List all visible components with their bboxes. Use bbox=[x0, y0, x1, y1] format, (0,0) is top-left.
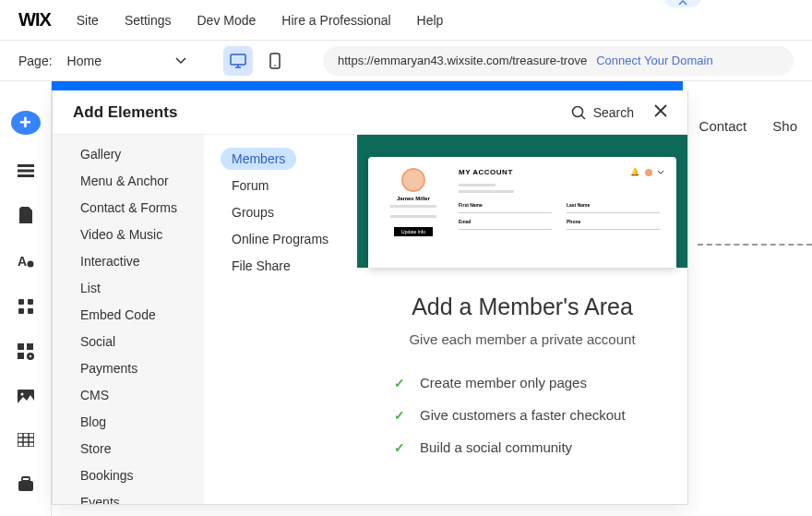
svg-rect-9 bbox=[28, 299, 33, 305]
preview-subheading: Give each member a private account bbox=[385, 330, 660, 349]
menu-help[interactable]: Help bbox=[417, 13, 444, 28]
mock-phone-label: Phone bbox=[567, 219, 660, 224]
desktop-view-button[interactable] bbox=[223, 46, 253, 76]
check-icon: ✓ bbox=[394, 408, 405, 423]
panel-body: Gallery Menu & Anchor Contact & Forms Vi… bbox=[53, 135, 687, 504]
preview-column: James Miller Update Info MY ACCOUNT Firs… bbox=[357, 135, 687, 504]
page-select[interactable]: Home bbox=[67, 54, 186, 68]
svg-rect-25 bbox=[22, 477, 30, 481]
device-group bbox=[223, 46, 290, 76]
sections-icon[interactable] bbox=[11, 164, 41, 177]
design-icon[interactable]: A bbox=[11, 253, 41, 270]
cat-cms[interactable]: CMS bbox=[71, 383, 118, 407]
close-button[interactable] bbox=[654, 102, 667, 122]
cat-social[interactable]: Social bbox=[71, 330, 125, 354]
svg-rect-14 bbox=[18, 353, 24, 359]
mobile-icon bbox=[269, 53, 281, 69]
menu-dev-mode[interactable]: Dev Mode bbox=[197, 13, 257, 28]
active-strip bbox=[52, 81, 683, 90]
svg-point-7 bbox=[27, 261, 33, 268]
mock-first-label: First Name bbox=[459, 202, 552, 208]
sub-groups[interactable]: Groups bbox=[221, 201, 285, 223]
cat-interactive[interactable]: Interactive bbox=[71, 249, 149, 273]
business-icon[interactable] bbox=[11, 476, 41, 491]
svg-point-16 bbox=[29, 355, 30, 357]
url-bar: https://emmaryan43.wixsite.com/treasure-… bbox=[323, 46, 794, 76]
category-column[interactable]: Gallery Menu & Anchor Contact & Forms Vi… bbox=[53, 135, 204, 504]
page-label: Page: bbox=[18, 54, 53, 68]
subcategory-column: Members Forum Groups Online Programs Fil… bbox=[204, 135, 357, 504]
menu-hire[interactable]: Hire a Professional bbox=[281, 13, 390, 28]
avatar bbox=[401, 168, 425, 192]
cat-events[interactable]: Events bbox=[71, 490, 129, 504]
svg-rect-4 bbox=[18, 170, 34, 173]
sub-file-share[interactable]: File Share bbox=[221, 255, 302, 277]
svg-rect-8 bbox=[18, 299, 24, 305]
svg-rect-19 bbox=[18, 433, 34, 447]
svg-point-26 bbox=[572, 106, 582, 116]
sub-members[interactable]: Members bbox=[221, 148, 296, 170]
bell-icon: 🔔 bbox=[630, 168, 639, 176]
benefits-list: ✓ Create member only pages ✓ Give custom… bbox=[385, 375, 660, 455]
add-elements-button[interactable]: + bbox=[11, 111, 41, 135]
wix-logo[interactable]: WIX bbox=[18, 9, 51, 30]
benefit-item: ✓ Give customers a faster checkout bbox=[394, 407, 651, 423]
mock-last-label: Last Name bbox=[567, 202, 660, 208]
mock-update-button: Update Info bbox=[394, 227, 433, 236]
svg-point-2 bbox=[274, 65, 276, 66]
benefit-text: Create member only pages bbox=[420, 375, 587, 390]
preview-heading: Add a Member's Area bbox=[385, 294, 660, 320]
content-icon[interactable] bbox=[11, 433, 41, 447]
chevron-down-icon bbox=[658, 171, 663, 174]
addons-icon[interactable] bbox=[11, 343, 41, 360]
cat-blog[interactable]: Blog bbox=[71, 410, 115, 434]
svg-rect-12 bbox=[18, 343, 24, 350]
chevron-down-icon bbox=[175, 57, 186, 65]
cat-store[interactable]: Store bbox=[71, 437, 120, 461]
user-avatar-icon bbox=[645, 169, 652, 176]
cat-gallery[interactable]: Gallery bbox=[71, 142, 130, 166]
panel-header: Add Elements Search bbox=[53, 90, 687, 135]
check-icon: ✓ bbox=[394, 376, 405, 390]
panel-title: Add Elements bbox=[73, 103, 177, 122]
nav-contact[interactable]: Contact bbox=[699, 118, 747, 134]
benefit-item: ✓ Create member only pages bbox=[394, 375, 651, 390]
page-name: Home bbox=[67, 54, 102, 68]
cat-video-music[interactable]: Video & Music bbox=[71, 222, 172, 246]
menu-settings[interactable]: Settings bbox=[125, 13, 172, 28]
desktop-icon bbox=[230, 54, 246, 68]
preview-image: James Miller Update Info MY ACCOUNT Firs… bbox=[357, 135, 687, 268]
cat-list[interactable]: List bbox=[71, 276, 110, 300]
nav-shop[interactable]: Sho bbox=[772, 118, 797, 134]
site-url: https://emmaryan43.wixsite.com/treasure-… bbox=[338, 54, 587, 67]
media-icon[interactable] bbox=[11, 390, 41, 403]
svg-rect-24 bbox=[18, 481, 33, 491]
sub-online-programs[interactable]: Online Programs bbox=[221, 228, 340, 250]
top-bar: WIX Site Settings Dev Mode Hire a Profes… bbox=[0, 0, 812, 41]
apps-icon[interactable] bbox=[11, 299, 41, 314]
cat-embed-code[interactable]: Embed Code bbox=[71, 303, 165, 327]
collapse-indicator[interactable] bbox=[664, 0, 701, 7]
tool-bar: Page: Home https://emmaryan43.wixsite.co… bbox=[0, 41, 812, 81]
menu-site[interactable]: Site bbox=[77, 13, 99, 28]
sub-forum[interactable]: Forum bbox=[221, 174, 280, 197]
top-menu: Site Settings Dev Mode Hire a Profession… bbox=[77, 13, 444, 28]
svg-text:A: A bbox=[18, 254, 27, 269]
svg-line-27 bbox=[581, 115, 585, 119]
svg-point-18 bbox=[20, 393, 23, 396]
search-label: Search bbox=[593, 105, 634, 120]
left-rail: + A bbox=[0, 81, 52, 516]
check-icon: ✓ bbox=[394, 440, 405, 455]
connect-domain-link[interactable]: Connect Your Domain bbox=[596, 54, 712, 67]
add-elements-panel: Add Elements Search Gallery Menu & Ancho… bbox=[52, 90, 688, 505]
benefit-text: Give customers a faster checkout bbox=[420, 407, 626, 423]
pages-icon[interactable] bbox=[11, 207, 41, 223]
cat-contact-forms[interactable]: Contact & Forms bbox=[71, 196, 186, 220]
mobile-view-button[interactable] bbox=[260, 46, 290, 76]
cat-menu-anchor[interactable]: Menu & Anchor bbox=[71, 169, 178, 193]
section-divider bbox=[698, 244, 812, 246]
cat-payments[interactable]: Payments bbox=[71, 356, 147, 380]
cat-bookings[interactable]: Bookings bbox=[71, 463, 143, 487]
mock-name: James Miller bbox=[397, 196, 430, 201]
search-button[interactable]: Search bbox=[571, 105, 634, 120]
